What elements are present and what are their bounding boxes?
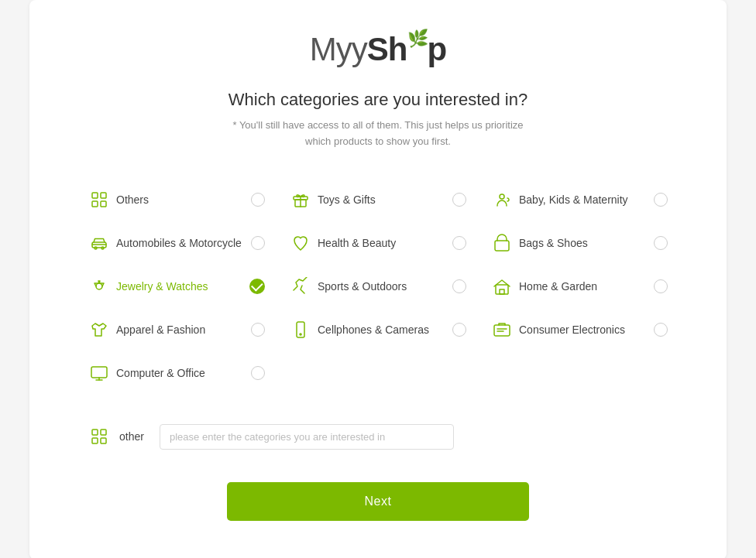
- category-item-bags[interactable]: Bags & Shoes: [479, 221, 680, 265]
- computer-label: Computer & Office: [116, 367, 245, 379]
- cellphones-label: Cellphones & Cameras: [318, 324, 446, 336]
- logo: MyySh🌿p: [76, 31, 680, 68]
- baby-radio[interactable]: [654, 193, 668, 207]
- health-icon: [290, 232, 311, 254]
- other-row: other: [76, 413, 680, 460]
- svg-rect-3: [101, 201, 106, 207]
- apparel-label: Apparel & Fashion: [116, 324, 245, 336]
- category-item-electronics[interactable]: Consumer Electronics: [479, 308, 680, 351]
- category-item-automobiles[interactable]: Automobiles & Motorcycle: [76, 221, 277, 265]
- svg-rect-13: [500, 289, 504, 294]
- category-item-health[interactable]: Health & Beauty: [277, 221, 479, 265]
- svg-rect-21: [101, 438, 106, 443]
- other-label: other: [119, 430, 150, 443]
- electronics-radio[interactable]: [654, 323, 668, 337]
- computer-icon: [88, 362, 110, 384]
- computer-radio[interactable]: [251, 366, 265, 380]
- sports-radio[interactable]: [452, 279, 466, 293]
- category-item-computer[interactable]: Computer & Office: [76, 351, 277, 395]
- category-item-baby[interactable]: Baby, Kids & Maternity: [479, 178, 680, 221]
- other-input[interactable]: [160, 424, 454, 450]
- home-icon: [491, 276, 513, 297]
- categories-grid: Others Toys & Gifts Baby, Kids & Materni…: [76, 178, 680, 395]
- next-button[interactable]: Next: [227, 482, 529, 521]
- health-label: Health & Beauty: [318, 237, 446, 249]
- svg-rect-0: [92, 193, 98, 198]
- electronics-label: Consumer Electronics: [519, 324, 648, 336]
- category-item-cellphones[interactable]: Cellphones & Cameras: [277, 308, 479, 351]
- others-label: Others: [116, 193, 245, 206]
- phone-icon: [290, 319, 311, 341]
- svg-rect-2: [92, 201, 98, 207]
- page-title: Which categories are you interested in?: [76, 90, 680, 110]
- car-icon: [88, 232, 110, 254]
- svg-rect-20: [92, 438, 98, 443]
- page-subtitle: * You'll still have access to all of the…: [76, 118, 680, 150]
- svg-point-6: [500, 194, 504, 199]
- cellphones-radio[interactable]: [452, 323, 466, 337]
- category-item-jewelry[interactable]: Jewelry & Watches: [76, 265, 277, 308]
- others-radio[interactable]: [251, 193, 265, 207]
- svg-point-11: [96, 283, 102, 289]
- svg-point-15: [300, 334, 301, 335]
- toys-label: Toys & Gifts: [318, 193, 446, 206]
- apparel-icon: [88, 319, 110, 341]
- svg-rect-16: [494, 325, 510, 336]
- svg-rect-19: [101, 430, 106, 435]
- svg-rect-1: [101, 193, 106, 198]
- electronics-icon: [491, 319, 513, 341]
- category-item-home[interactable]: Home & Garden: [479, 265, 680, 308]
- sports-label: Sports & Outdoors: [318, 280, 446, 293]
- grid-icon: [88, 189, 110, 211]
- bag-icon: [491, 232, 513, 254]
- home-radio[interactable]: [654, 279, 668, 293]
- home-label: Home & Garden: [519, 280, 648, 293]
- svg-rect-17: [91, 367, 107, 378]
- other-grid-icon: [88, 426, 110, 447]
- apparel-radio[interactable]: [251, 323, 265, 337]
- sports-icon: [290, 276, 311, 297]
- category-item-apparel[interactable]: Apparel & Fashion: [76, 308, 277, 351]
- automobiles-label: Automobiles & Motorcycle: [116, 237, 245, 249]
- automobiles-radio[interactable]: [251, 236, 265, 250]
- baby-icon: [491, 189, 513, 211]
- gift-icon: [290, 189, 311, 211]
- jewelry-label: Jewelry & Watches: [116, 280, 243, 293]
- bags-label: Bags & Shoes: [519, 237, 648, 249]
- baby-label: Baby, Kids & Maternity: [519, 193, 648, 206]
- svg-rect-18: [92, 430, 98, 435]
- jewelry-checkmark[interactable]: [249, 279, 265, 294]
- toys-radio[interactable]: [452, 193, 466, 207]
- category-item-toys[interactable]: Toys & Gifts: [277, 178, 479, 221]
- health-radio[interactable]: [452, 236, 466, 250]
- main-card: MyySh🌿p Which categories are you interes…: [29, 0, 727, 558]
- jewelry-icon: [88, 276, 110, 297]
- category-item-sports[interactable]: Sports & Outdoors: [277, 265, 479, 308]
- svg-rect-10: [495, 241, 509, 251]
- category-item-others[interactable]: Others: [76, 178, 277, 221]
- bags-radio[interactable]: [654, 236, 668, 250]
